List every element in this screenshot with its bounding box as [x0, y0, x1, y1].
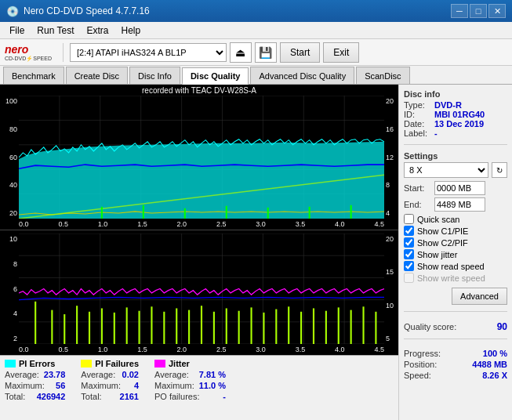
lower-y-axis-right: 20 15 10 5 — [384, 234, 398, 344]
jitter-legend — [154, 360, 165, 368]
refresh-button[interactable]: ↻ — [492, 162, 507, 178]
advanced-button[interactable]: Advanced — [452, 288, 507, 305]
pi-failures-label: PI Failures — [95, 359, 139, 368]
main-content: recorded with TEAC DV-W28S-A 100 80 60 4… — [0, 85, 512, 420]
quality-score-row: Quality score: 90 — [404, 321, 507, 332]
pi-errors-max-value: 56 — [56, 381, 65, 390]
type-value: DVD-R — [434, 100, 462, 110]
menu-extra[interactable]: Extra — [80, 24, 114, 38]
disc-info-section: Disc info Type: DVD-R ID: MBI 01RG40 Dat… — [404, 89, 507, 138]
date-value: 13 Dec 2019 — [434, 119, 484, 129]
po-failures-value: - — [223, 392, 226, 401]
start-mb-label: Start: — [404, 183, 431, 193]
eject-button[interactable]: ⏏ — [230, 42, 252, 63]
exit-button[interactable]: Exit — [323, 42, 359, 63]
close-button[interactable]: ✕ — [488, 4, 506, 18]
tab-disc-info[interactable]: Disc Info — [129, 67, 180, 84]
quick-scan-label: Quick scan — [417, 215, 459, 224]
lower-chart: 10 8 6 4 2 20 15 10 5 — [0, 230, 398, 355]
tab-scandisc[interactable]: ScanDisc — [356, 67, 409, 84]
tab-advanced-disc-quality[interactable]: Advanced Disc Quality — [250, 67, 354, 84]
pi-failures-stats: PI Failures Average: 0.02 Maximum: 4 Tot… — [81, 359, 139, 417]
quick-scan-checkbox[interactable] — [404, 214, 414, 224]
menu-help[interactable]: Help — [115, 24, 147, 38]
progress-section: Progress: 100 % Position: 4488 MB Speed:… — [404, 349, 507, 382]
panel-divider-3 — [404, 339, 507, 339]
progress-value: 100 % — [483, 349, 507, 358]
title-bar: 💿 Nero CD-DVD Speed 4.7.7.16 ─ □ ✕ — [0, 0, 512, 22]
jitter-stats: Jitter Average: 7.81 % Maximum: 11.0 % P… — [154, 359, 226, 417]
toolbar: nero CD-DVD⚡SPEED [2:4] ATAPI iHAS324 A … — [0, 39, 512, 66]
lower-chart-svg — [19, 234, 384, 344]
end-mb-label: End: — [404, 200, 431, 209]
nero-sub-text: CD-DVD⚡SPEED — [5, 56, 52, 61]
panel-divider-2 — [404, 311, 507, 312]
pi-errors-stats: PI Errors Average: 23.78 Maximum: 56 Tot… — [5, 359, 65, 417]
settings-section: Settings 8 X ↻ Start: End: Quick scan — [404, 151, 507, 305]
pi-errors-avg-value: 23.78 — [44, 370, 66, 379]
show-c2pif-label: Show C2/PIF — [417, 238, 468, 248]
pi-errors-label: PI Errors — [19, 359, 55, 368]
pi-errors-total-label: Total: — [5, 392, 25, 401]
upper-x-axis: 0.0 0.5 1.0 1.5 2.0 2.5 3.0 3.5 4.0 4.5 — [19, 219, 384, 230]
show-c1pie-checkbox[interactable] — [404, 226, 414, 236]
stats-bar: PI Errors Average: 23.78 Maximum: 56 Tot… — [0, 355, 398, 420]
upper-chart-label: recorded with TEAC DV-W28S-A — [142, 86, 256, 95]
jitter-avg-value: 7.81 % — [199, 370, 226, 379]
id-value: MBI 01RG40 — [434, 110, 485, 119]
show-read-speed-label: Show read speed — [417, 262, 485, 271]
minimize-button[interactable]: ─ — [451, 4, 468, 18]
jitter-avg-label: Average: — [154, 370, 189, 379]
menu-file[interactable]: File — [3, 24, 31, 38]
pi-failures-total-value: 2161 — [120, 392, 139, 401]
show-jitter-checkbox[interactable] — [404, 249, 414, 259]
show-c2pif-checkbox[interactable] — [404, 237, 414, 248]
drive-select[interactable]: [2:4] ATAPI iHAS324 A BL1P — [70, 43, 227, 62]
end-mb-input[interactable] — [434, 197, 485, 212]
show-read-speed-checkbox[interactable] — [404, 261, 414, 271]
upper-chart: recorded with TEAC DV-W28S-A 100 80 60 4… — [0, 85, 398, 230]
tab-create-disc[interactable]: Create Disc — [66, 67, 128, 84]
start-button[interactable]: Start — [280, 42, 320, 63]
pi-failures-total-label: Total: — [81, 392, 101, 401]
disc-label-label: Label: — [404, 129, 431, 138]
quality-score-value: 90 — [497, 321, 507, 332]
toolbar-separator — [63, 43, 64, 62]
id-label: ID: — [404, 110, 431, 119]
pi-errors-total-value: 426942 — [37, 392, 66, 401]
po-failures-label: PO failures: — [154, 392, 199, 401]
date-label: Date: — [404, 119, 431, 129]
app-icon: 💿 — [6, 5, 19, 17]
speed-value: 8.26 X — [482, 371, 507, 380]
pi-failures-max-value: 4 — [134, 381, 139, 390]
pi-failures-max-label: Maximum: — [81, 381, 121, 390]
settings-title: Settings — [404, 151, 507, 161]
menu-run-test[interactable]: Run Test — [31, 24, 80, 38]
menu-bar: File Run Test Extra Help — [0, 22, 512, 39]
jitter-max-value: 11.0 % — [199, 381, 226, 390]
show-jitter-label: Show jitter — [417, 250, 457, 259]
pi-failures-avg-value: 0.02 — [122, 370, 139, 379]
tab-disc-quality[interactable]: Disc Quality — [182, 67, 249, 85]
type-label: Type: — [404, 100, 431, 110]
quality-score-label: Quality score: — [404, 322, 456, 331]
position-label: Position: — [404, 360, 437, 369]
jitter-max-label: Maximum: — [154, 381, 194, 390]
show-write-speed-checkbox — [404, 273, 414, 283]
speed-label: Speed: — [404, 371, 431, 380]
upper-y-axis-left: 100 80 60 40 20 — [0, 96, 19, 219]
tab-benchmark[interactable]: Benchmark — [3, 67, 64, 84]
start-mb-input[interactable] — [434, 181, 485, 195]
show-write-speed-label: Show write speed — [417, 273, 485, 283]
pi-errors-avg-label: Average: — [5, 370, 39, 379]
pi-failures-legend — [81, 360, 92, 368]
maximize-button[interactable]: □ — [470, 4, 487, 18]
jitter-label: Jitter — [169, 359, 190, 368]
disc-label-value: - — [434, 129, 438, 138]
show-c1pie-label: Show C1/PIE — [417, 226, 468, 236]
save-button[interactable]: 💾 — [255, 42, 277, 63]
tabs-bar: Benchmark Create Disc Disc Info Disc Qua… — [0, 66, 512, 85]
speed-select[interactable]: 8 X — [404, 162, 488, 178]
pi-errors-legend — [5, 360, 16, 368]
lower-y-axis-left: 10 8 6 4 2 — [0, 234, 19, 344]
